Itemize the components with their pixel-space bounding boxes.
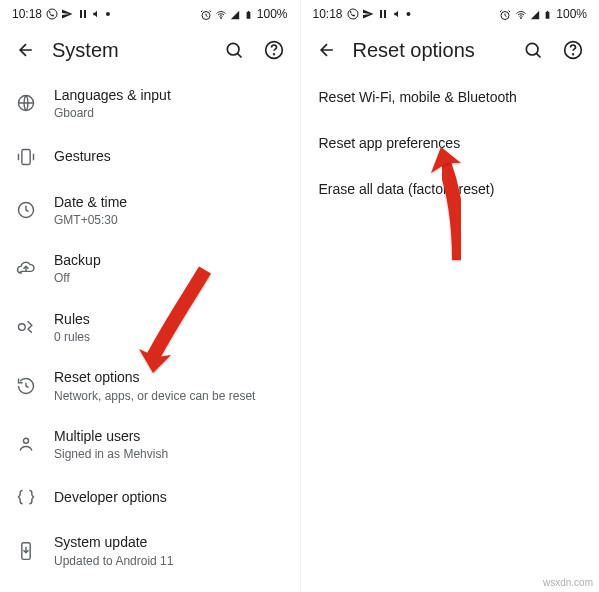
dot-icon: • (105, 7, 110, 21)
row-title: Erase all data (factory reset) (319, 180, 582, 198)
help-icon (563, 40, 583, 60)
whatsapp-icon (347, 8, 359, 20)
arrow-left-icon (317, 40, 337, 60)
back-button[interactable] (12, 36, 40, 64)
row-system-update[interactable]: System update Updated to Android 11 (0, 521, 300, 580)
svg-rect-11 (22, 149, 30, 164)
row-multiple-users[interactable]: Multiple users Signed in as Mehvish (0, 415, 300, 474)
row-gestures[interactable]: Gestures (0, 133, 300, 181)
row-title: Languages & input (54, 86, 284, 104)
wifi-icon (215, 9, 227, 21)
svg-point-14 (24, 438, 29, 443)
row-date-time[interactable]: Date & time GMT+05:30 (0, 181, 300, 240)
phone-right: 10:18 • 100% Reset options (300, 0, 600, 592)
svg-point-25 (573, 54, 574, 55)
row-title: Rules (54, 310, 284, 328)
svg-point-0 (47, 9, 57, 19)
status-right: 100% (200, 7, 288, 21)
pause-icon (77, 8, 89, 20)
row-title: Multiple users (54, 427, 284, 445)
alarm-icon (200, 9, 212, 21)
row-title: Reset options (54, 368, 284, 386)
svg-rect-22 (547, 11, 549, 12)
status-icons-right (200, 7, 253, 21)
cloud-up-icon (14, 256, 38, 280)
reset-options-list: Reset Wi-Fi, mobile & Bluetooth Reset ap… (301, 70, 600, 217)
help-icon (264, 40, 284, 60)
whatsapp-icon (46, 8, 58, 20)
send-icon (61, 8, 73, 20)
row-sub: Off (54, 271, 284, 285)
svg-point-16 (348, 9, 358, 19)
row-reset-wifi[interactable]: Reset Wi-Fi, mobile & Bluetooth (301, 74, 600, 120)
row-developer-options[interactable]: Developer options (0, 473, 300, 521)
status-time: 10:18 (313, 7, 343, 21)
signal-icon (230, 9, 240, 21)
row-rules[interactable]: Rules 0 rules (0, 298, 300, 357)
search-icon (523, 40, 543, 60)
status-icons-right (499, 7, 552, 21)
row-title: Gestures (54, 147, 284, 165)
wifi-icon (515, 9, 527, 21)
row-sub: GMT+05:30 (54, 213, 284, 227)
row-title: Reset app preferences (319, 134, 582, 152)
send-icon (362, 8, 374, 20)
svg-point-23 (526, 43, 538, 55)
header-left: System (0, 28, 300, 70)
svg-rect-18 (384, 10, 386, 18)
page-title: System (52, 39, 208, 62)
braces-icon (14, 485, 38, 509)
row-erase-all-data[interactable]: Erase all data (factory reset) (301, 166, 600, 212)
battery-pct: 100% (556, 7, 587, 21)
help-button[interactable] (260, 36, 288, 64)
pause-icon (377, 8, 389, 20)
header-right: Reset options (301, 28, 600, 70)
arrow-left-icon (16, 40, 36, 60)
status-icons-left: • (46, 7, 110, 22)
row-languages-input[interactable]: Languages & input Gboard (0, 74, 300, 133)
status-bar: 10:18 • 100% (0, 0, 300, 28)
row-backup[interactable]: Backup Off (0, 239, 300, 298)
search-icon (224, 40, 244, 60)
settings-list: Languages & input Gboard Gestures Date &… (0, 70, 300, 584)
row-title: Date & time (54, 193, 284, 211)
phone-left: 10:18 • 100% System (0, 0, 300, 592)
svg-point-7 (227, 43, 239, 55)
row-reset-options[interactable]: Reset options Network, apps, or device c… (0, 356, 300, 415)
volume-off-icon (393, 9, 403, 19)
search-button[interactable] (220, 36, 248, 64)
row-sub: Network, apps, or device can be reset (54, 389, 284, 403)
status-icons-left: • (347, 7, 411, 22)
users-icon (14, 432, 38, 456)
row-title: System update (54, 533, 284, 551)
svg-rect-2 (84, 10, 86, 18)
phone-vibrate-icon (14, 145, 38, 169)
status-time: 10:18 (12, 7, 42, 21)
alarm-icon (499, 9, 511, 21)
status-right: 100% (499, 7, 587, 21)
battery-pct: 100% (257, 7, 288, 21)
row-title: Backup (54, 251, 284, 269)
svg-rect-5 (246, 12, 250, 19)
row-sub: Gboard (54, 106, 284, 120)
search-button[interactable] (519, 36, 547, 64)
row-sub: 0 rules (54, 330, 284, 344)
svg-point-13 (19, 324, 26, 331)
back-button[interactable] (313, 36, 341, 64)
svg-rect-6 (248, 11, 250, 12)
row-sub: Signed in as Mehvish (54, 447, 284, 461)
svg-point-4 (221, 17, 222, 18)
row-sub: Updated to Android 11 (54, 554, 284, 568)
svg-rect-21 (546, 12, 550, 19)
status-left: 10:18 • (12, 7, 110, 22)
rules-icon (14, 315, 38, 339)
battery-icon (543, 9, 552, 21)
row-reset-app-prefs[interactable]: Reset app preferences (301, 120, 600, 166)
page-title: Reset options (353, 39, 508, 62)
help-button[interactable] (559, 36, 587, 64)
status-left: 10:18 • (313, 7, 411, 22)
dot-icon: • (406, 7, 411, 21)
reset-icon (14, 374, 38, 398)
status-bar: 10:18 • 100% (301, 0, 600, 28)
system-update-icon (14, 539, 38, 563)
